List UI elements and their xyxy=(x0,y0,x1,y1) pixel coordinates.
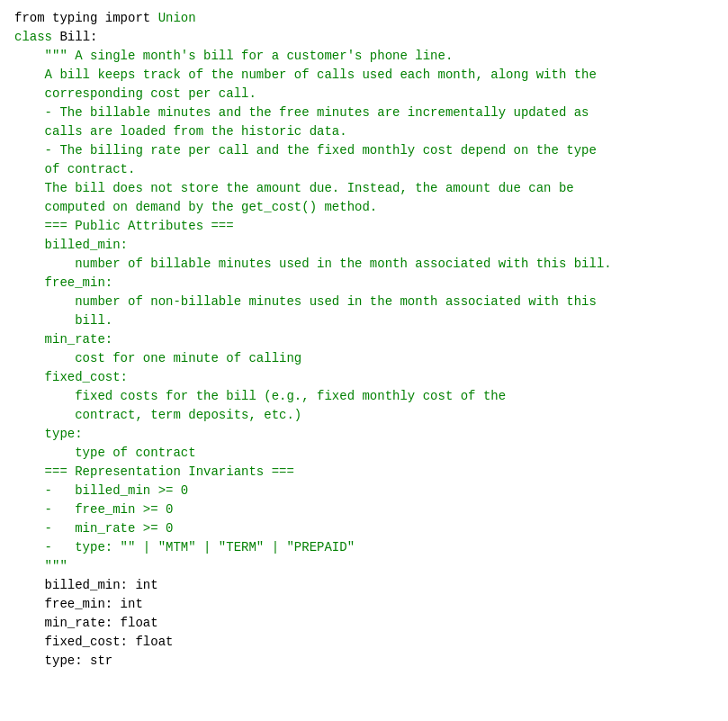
code-line: corresponding cost per call. xyxy=(14,85,728,104)
code-token: type: str xyxy=(14,653,112,668)
code-token: number of non-billable minutes used in t… xyxy=(14,294,597,309)
code-token: cost for one minute of calling xyxy=(14,351,301,365)
code-line: type: xyxy=(14,425,728,444)
code-line: - The billable minutes and the free minu… xyxy=(14,104,728,122)
code-line: fixed costs for the bill (e.g., fixed mo… xyxy=(14,387,728,406)
code-token: from typing import xyxy=(14,11,158,25)
code-token: - The billing rate per call and the fixe… xyxy=(14,143,597,158)
code-line: """ xyxy=(14,557,728,576)
code-token: free_min: int xyxy=(14,597,143,611)
code-editor: from typing import Unionclass Bill: """ … xyxy=(14,9,728,721)
code-token: """ xyxy=(14,559,67,573)
code-line: number of billable minutes used in the m… xyxy=(14,255,728,274)
code-token: """ A single month's bill for a customer… xyxy=(14,49,453,63)
code-line: from typing import Union xyxy=(14,9,728,28)
code-line: number of non-billable minutes used in t… xyxy=(14,293,728,311)
code-token: A bill keeps track of the number of call… xyxy=(14,68,597,82)
code-token: calls are loaded from the historic data. xyxy=(14,124,347,139)
code-line: billed_min: int xyxy=(14,576,728,595)
code-token: - billed_min >= 0 xyxy=(14,483,188,498)
code-token: fixed costs for the bill (e.g., fixed mo… xyxy=(14,389,506,403)
code-token: billed_min: int xyxy=(14,578,158,592)
code-line: cost for one minute of calling xyxy=(14,349,728,368)
code-token: Union xyxy=(158,11,196,25)
code-token: bill. xyxy=(14,313,112,328)
code-token: - type: "" | "MTM" | "TERM" | "PREPAID" xyxy=(14,540,355,554)
code-token: of contract. xyxy=(14,162,135,176)
code-line: type of contract xyxy=(14,444,728,463)
code-line: free_min: xyxy=(14,274,728,293)
code-line: bill. xyxy=(14,311,728,330)
code-line: - type: "" | "MTM" | "TERM" | "PREPAID" xyxy=(14,538,728,557)
code-token: computed on demand by the get_cost() met… xyxy=(14,200,377,214)
code-line: """ A single month's bill for a customer… xyxy=(14,47,728,66)
code-token: class xyxy=(14,30,59,44)
code-token: type: xyxy=(14,427,83,441)
code-token: number of billable minutes used in the m… xyxy=(14,257,612,271)
code-token: === Public Attributes === xyxy=(14,219,234,233)
code-token: min_rate: float xyxy=(14,616,158,630)
code-token: - free_min >= 0 xyxy=(14,502,173,517)
code-line: type: str xyxy=(14,652,728,671)
code-line: computed on demand by the get_cost() met… xyxy=(14,198,728,217)
code-line: === Public Attributes === xyxy=(14,217,728,236)
code-line: A bill keeps track of the number of call… xyxy=(14,66,728,85)
code-line: min_rate: float xyxy=(14,614,728,633)
code-line: billed_min: xyxy=(14,236,728,255)
code-line: fixed_cost: xyxy=(14,368,728,387)
code-line: The bill does not store the amount due. … xyxy=(14,179,728,198)
code-token: fixed_cost: float xyxy=(14,635,173,649)
code-line: free_min: int xyxy=(14,595,728,614)
code-token: min_rate: xyxy=(14,332,112,347)
code-line: fixed_cost: float xyxy=(14,633,728,652)
code-token: fixed_cost: xyxy=(14,370,128,384)
code-token: corresponding cost per call. xyxy=(14,86,256,101)
code-token: Bill: xyxy=(59,30,97,44)
code-line: - The billing rate per call and the fixe… xyxy=(14,141,728,160)
code-token: The bill does not store the amount due. … xyxy=(14,181,574,195)
code-token: billed_min: xyxy=(14,238,128,252)
code-line: === Representation Invariants === xyxy=(14,463,728,482)
code-line: - min_rate >= 0 xyxy=(14,519,728,538)
code-line: min_rate: xyxy=(14,330,728,349)
code-token: - The billable minutes and the free minu… xyxy=(14,105,589,120)
code-line: - free_min >= 0 xyxy=(14,500,728,519)
code-line: of contract. xyxy=(14,160,728,179)
code-line: contract, term deposits, etc.) xyxy=(14,406,728,425)
code-token: === Representation Invariants === xyxy=(14,464,294,479)
code-token: contract, term deposits, etc.) xyxy=(14,408,301,422)
code-line: class Bill: xyxy=(14,28,728,47)
code-line: - billed_min >= 0 xyxy=(14,482,728,500)
code-token: type of contract xyxy=(14,446,196,460)
code-token: - min_rate >= 0 xyxy=(14,521,173,536)
code-line: calls are loaded from the historic data. xyxy=(14,122,728,141)
code-token: free_min: xyxy=(14,275,112,290)
